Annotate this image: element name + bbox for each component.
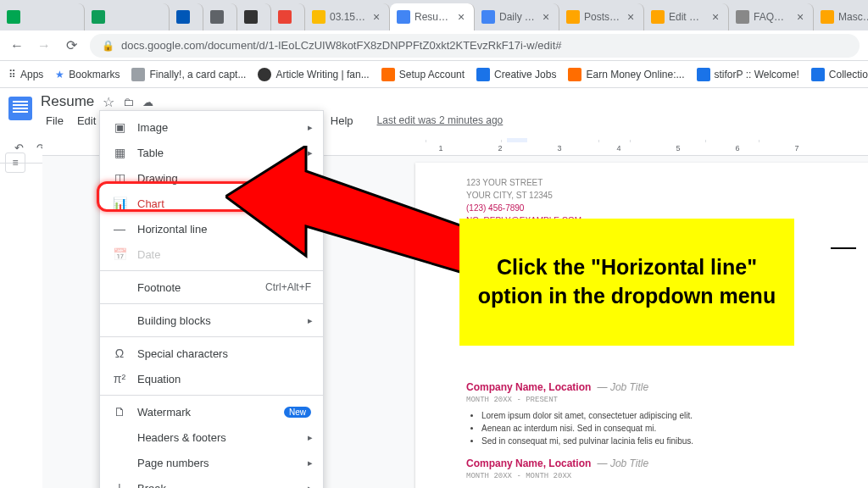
browser-tab[interactable]: Posts ‹ Masch× — [559, 3, 644, 30]
bookmark[interactable]: Finally!, a card capt... — [131, 68, 246, 81]
browser-tab[interactable]: FAQPage JSON× — [729, 3, 814, 30]
menu-file[interactable]: File — [41, 112, 69, 130]
bookmark-apps[interactable]: ⠿Apps — [8, 69, 43, 80]
menu-item-special-chars[interactable]: ΩSpecial characters — [100, 341, 323, 366]
menu-item-building-blocks[interactable]: Building blocks — [100, 308, 323, 333]
bookmark[interactable]: Article Writing | fan... — [258, 68, 369, 81]
address-bar: ← → ⟳ 🔒 docs.google.com/document/d/1-IEo… — [0, 30, 868, 61]
cloud-icon[interactable]: ☁ — [142, 96, 153, 108]
browser-tab[interactable] — [237, 3, 271, 30]
close-icon[interactable]: × — [370, 11, 382, 23]
annotation-callout: Click the "Horizontal line" option in th… — [459, 219, 794, 346]
bookmark[interactable]: ★Bookmarks — [55, 69, 120, 80]
image-icon: ▣ — [112, 120, 127, 134]
close-icon[interactable]: × — [794, 11, 806, 23]
document-title[interactable]: Resume — [41, 93, 94, 110]
docs-logo-icon[interactable] — [8, 97, 32, 120]
drawing-icon: ◫ — [112, 171, 127, 185]
browser-tab[interactable]: 03.15.2022 - G× — [305, 3, 390, 30]
annotation-arrow — [225, 146, 480, 298]
reload-button[interactable]: ⟳ — [63, 37, 80, 54]
pi-icon: π² — [112, 372, 127, 385]
menu-item-headers-footers[interactable]: Headers & footers — [100, 424, 323, 450]
browser-tab-active[interactable]: Resume - Goo× — [390, 3, 475, 30]
line-icon: — — [112, 222, 127, 236]
bookmark[interactable]: Setup Account — [381, 68, 465, 81]
chrome-tab-bar: 03.15.2022 - G× Resume - Goo× Daily Task… — [0, 0, 868, 30]
close-icon[interactable]: × — [625, 11, 637, 23]
bookmark[interactable]: Creative Jobs — [476, 68, 556, 81]
star-icon: ★ — [55, 69, 64, 80]
menu-edit[interactable]: Edit — [72, 112, 101, 130]
close-icon[interactable]: × — [709, 11, 721, 23]
watermark-icon: 🗋 — [112, 405, 127, 419]
url-text: docs.google.com/document/d/1-IEoLCzUIW8k… — [121, 39, 561, 52]
browser-tab[interactable]: Maschituts —× — [814, 3, 868, 30]
job-heading: Company Name, Location — Job Title — [466, 381, 839, 394]
browser-tab[interactable] — [85, 3, 170, 30]
menu-item-equation[interactable]: π²Equation — [100, 366, 323, 391]
break-icon: ⤓ — [112, 481, 127, 488]
forward-button[interactable]: → — [36, 37, 53, 54]
outline-toggle-button[interactable]: ≡ — [5, 152, 25, 173]
bookmark[interactable]: Collection of the M... — [811, 68, 868, 81]
last-edit-link[interactable]: Last edit was 2 minutes ago — [372, 112, 509, 130]
browser-tab[interactable] — [170, 3, 203, 30]
menu-item-watermark[interactable]: 🗋WatermarkNew — [100, 399, 323, 424]
close-icon[interactable]: × — [455, 11, 467, 23]
inserted-horizontal-line — [831, 247, 856, 249]
chart-icon: 📊 — [112, 197, 127, 210]
lock-icon: 🔒 — [102, 40, 114, 52]
url-input[interactable]: 🔒 docs.google.com/document/d/1-IEoLCzUIW… — [90, 34, 860, 58]
svg-marker-0 — [225, 146, 463, 273]
job-heading: Company Name, Location — Job Title — [466, 458, 839, 470]
menu-help[interactable]: Help — [326, 112, 359, 130]
browser-tab[interactable]: Edit Post "How× — [644, 3, 729, 30]
bookmark[interactable]: Earn Money Online:... — [568, 68, 684, 81]
star-icon[interactable]: ☆ — [103, 94, 114, 110]
browser-tab[interactable] — [203, 3, 237, 30]
omega-icon: Ω — [112, 347, 127, 360]
left-outline-rail: ≡ — [5, 152, 25, 173]
job-bullets: Lorem ipsum dolor sit amet, consectetuer… — [481, 409, 839, 447]
menu-item-page-numbers[interactable]: Page numbers — [100, 450, 323, 475]
menu-item-break[interactable]: ⤓Break — [100, 475, 323, 488]
browser-tab[interactable]: Daily Task Sun× — [475, 3, 559, 30]
table-icon: ▦ — [112, 146, 127, 159]
close-icon[interactable]: × — [540, 11, 552, 23]
date-icon: 📅 — [112, 247, 127, 261]
move-icon[interactable]: 🗀 — [123, 96, 134, 108]
apps-icon: ⠿ — [8, 69, 16, 80]
back-button[interactable]: ← — [8, 37, 25, 54]
bookmarks-bar: ⠿Apps ★Bookmarks Finally!, a card capt..… — [0, 61, 868, 88]
browser-tab[interactable] — [271, 3, 305, 30]
browser-tab[interactable] — [0, 3, 85, 30]
bookmark[interactable]: stiforP :: Welcome! — [697, 68, 799, 81]
menu-item-image[interactable]: ▣Image — [100, 114, 323, 140]
